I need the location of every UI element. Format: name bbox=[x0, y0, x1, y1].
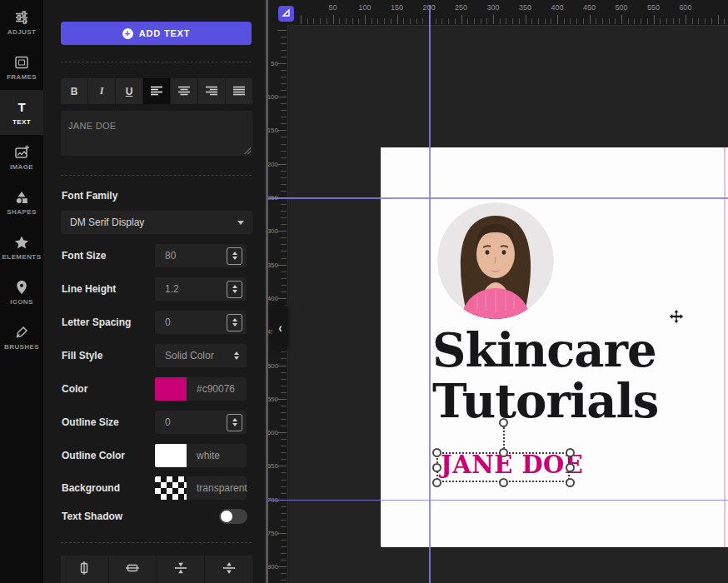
selection-handle-w[interactable] bbox=[432, 463, 441, 472]
ruler-tick bbox=[281, 217, 287, 218]
sidebar-item-shapes[interactable]: SHAPES bbox=[0, 180, 43, 225]
ruler-tick bbox=[358, 18, 359, 24]
ruler-label: 500 bbox=[268, 361, 278, 369]
selection-handle-nw[interactable] bbox=[432, 448, 441, 457]
ruler-tick bbox=[281, 177, 287, 178]
ruler-tick bbox=[666, 18, 667, 24]
sidebar-item-adjust[interactable]: ADJUST bbox=[0, 0, 43, 45]
format-toolbar: B I U bbox=[61, 78, 252, 104]
stepper-icon[interactable] bbox=[227, 281, 242, 298]
sidebar-item-text[interactable]: T TEXT bbox=[0, 90, 43, 135]
move-cursor-icon bbox=[669, 309, 684, 327]
outline-color-swatch[interactable] bbox=[155, 444, 187, 467]
ruler-tick bbox=[397, 15, 398, 24]
background-picker[interactable]: transparent bbox=[155, 476, 247, 500]
ruler-tick bbox=[281, 83, 287, 84]
sidebar-item-frames[interactable]: FRAMES bbox=[0, 45, 43, 90]
selection-handle-sw[interactable] bbox=[432, 478, 441, 487]
ruler-tick bbox=[538, 18, 539, 24]
font-size-input[interactable]: 80 bbox=[155, 244, 247, 267]
center-vertical-button[interactable] bbox=[109, 556, 157, 583]
stepper-icon[interactable] bbox=[227, 414, 242, 431]
ruler-tick bbox=[281, 37, 287, 37]
selection-handle-ne[interactable] bbox=[566, 448, 575, 457]
horizontal-guide-line[interactable] bbox=[268, 197, 728, 199]
color-swatch[interactable] bbox=[155, 377, 187, 401]
ruler-tick bbox=[654, 15, 655, 24]
ruler-tick bbox=[384, 18, 385, 24]
outline-color-picker[interactable]: white bbox=[155, 444, 247, 467]
ruler-tick bbox=[281, 520, 287, 521]
ruler-tick bbox=[531, 18, 532, 24]
star-icon bbox=[13, 234, 30, 251]
align-center-button[interactable] bbox=[171, 78, 198, 104]
outline-size-input[interactable]: 0 bbox=[155, 411, 247, 434]
ruler-tick bbox=[281, 459, 287, 460]
ruler-tick bbox=[281, 244, 287, 245]
ruler-tick bbox=[281, 358, 287, 359]
fill-style-select[interactable]: Solid Color bbox=[155, 344, 247, 367]
letter-spacing-input[interactable]: 0 bbox=[155, 311, 247, 334]
add-text-button[interactable]: + ADD TEXT bbox=[61, 22, 252, 45]
ruler-tick bbox=[673, 18, 674, 24]
ruler-tick bbox=[281, 157, 287, 158]
ruler-label: 500 bbox=[615, 3, 627, 12]
ruler-tick bbox=[486, 18, 487, 24]
resize-grip-icon[interactable] bbox=[243, 147, 251, 154]
font-family-select[interactable]: DM Serif Display bbox=[61, 211, 252, 234]
ruler-tick bbox=[277, 97, 287, 97]
sidebar-item-elements[interactable]: ELEMENTS bbox=[0, 225, 43, 270]
transparent-checker-swatch[interactable] bbox=[155, 476, 187, 500]
ruler-tick bbox=[281, 278, 287, 279]
design-canvas[interactable]: Skincare Tutorials JANE DOE bbox=[381, 147, 728, 547]
sidebar-item-brushes[interactable]: BRUSHES bbox=[0, 315, 43, 360]
ruler-tick bbox=[346, 18, 347, 24]
ruler-tick bbox=[570, 18, 571, 24]
ruler-tick bbox=[281, 70, 287, 71]
align-left-button[interactable] bbox=[143, 78, 171, 104]
text-content-value: JANE DOE bbox=[68, 121, 116, 131]
ruler-tick bbox=[692, 18, 693, 24]
selection-handle-n[interactable] bbox=[499, 448, 508, 457]
ruler-tick bbox=[698, 18, 699, 24]
ruler-label: 550 bbox=[268, 395, 278, 402]
text-content-input[interactable]: JANE DOE bbox=[61, 111, 252, 156]
shapes-icon bbox=[13, 189, 30, 206]
rotate-handle[interactable] bbox=[499, 418, 508, 427]
ruler-tick bbox=[281, 546, 287, 547]
portrait-photo[interactable] bbox=[437, 202, 554, 319]
align-middle-button[interactable] bbox=[157, 556, 206, 583]
stepper-icon[interactable] bbox=[227, 247, 242, 265]
bold-button[interactable]: B bbox=[61, 78, 88, 104]
justify-button[interactable] bbox=[226, 78, 252, 104]
center-horizontal-button[interactable] bbox=[61, 556, 109, 583]
background-label: Background bbox=[62, 482, 120, 494]
collapse-panel-button[interactable]: ‹ bbox=[272, 305, 288, 350]
design-title-text[interactable]: Skincare Tutorials bbox=[432, 325, 658, 426]
pink-guide-line[interactable] bbox=[724, 147, 726, 547]
distribute-vertical-button[interactable] bbox=[205, 556, 252, 583]
selection-handle-e[interactable] bbox=[566, 463, 575, 472]
sidebar-item-image[interactable]: IMAGE bbox=[0, 135, 43, 180]
panel-resize-handle[interactable] bbox=[266, 0, 268, 583]
selection-handle-s[interactable] bbox=[499, 478, 508, 487]
line-height-input[interactable]: 1.2 bbox=[155, 277, 247, 301]
ruler-tick bbox=[422, 18, 423, 24]
text-shadow-toggle[interactable] bbox=[219, 509, 247, 524]
align-right-button[interactable] bbox=[198, 78, 226, 104]
ruler-tick bbox=[327, 18, 327, 24]
divider bbox=[61, 542, 252, 543]
horizontal-ruler[interactable]: 50100150200250300350400450500550600 bbox=[268, 0, 728, 26]
ruler-tick bbox=[576, 18, 577, 24]
italic-button[interactable]: I bbox=[88, 78, 116, 104]
vertical-guide-line[interactable] bbox=[429, 5, 431, 583]
selection-handle-se[interactable] bbox=[566, 478, 575, 487]
toggle-knob bbox=[221, 511, 232, 522]
underline-button[interactable]: U bbox=[116, 78, 143, 104]
sidebar-item-icons[interactable]: ICONS bbox=[0, 270, 43, 315]
ruler-origin-button[interactable] bbox=[278, 6, 294, 22]
horizontal-guide-line[interactable] bbox=[268, 500, 728, 501]
color-picker[interactable]: #c90076 bbox=[155, 377, 247, 401]
stepper-icon[interactable] bbox=[227, 314, 242, 331]
sidebar-item-label: FRAMES bbox=[7, 73, 37, 81]
